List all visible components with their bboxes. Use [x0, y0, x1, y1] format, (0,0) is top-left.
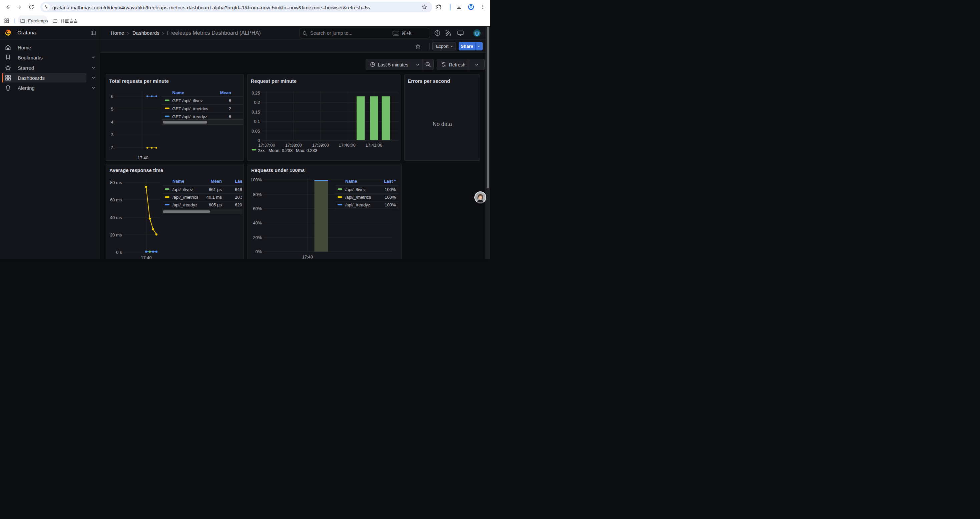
svg-text:0.1: 0.1: [254, 119, 260, 124]
svg-text:Max: 0.233: Max: 0.233: [296, 148, 317, 153]
svg-text:17:40:00: 17:40:00: [339, 143, 356, 148]
svg-text:17:38:00: 17:38:00: [285, 143, 302, 148]
svg-text:20%: 20%: [253, 235, 261, 240]
svg-text:3: 3: [111, 132, 113, 137]
svg-text:60 ms: 60 ms: [110, 197, 122, 203]
svg-text:80%: 80%: [253, 192, 261, 197]
svg-text:2: 2: [111, 145, 113, 150]
svg-text:6: 6: [111, 94, 113, 99]
svg-text:4: 4: [111, 120, 113, 125]
svg-text:0.05: 0.05: [251, 129, 260, 134]
svg-text:17:37:00: 17:37:00: [258, 143, 275, 148]
svg-text:0 s: 0 s: [116, 250, 122, 255]
svg-text:Mean: 0.233: Mean: 0.233: [269, 148, 293, 153]
svg-text:100%: 100%: [250, 177, 262, 182]
svg-text:2xx: 2xx: [258, 148, 265, 153]
svg-text:17:39:00: 17:39:00: [312, 143, 329, 148]
svg-text:0.2: 0.2: [254, 100, 260, 105]
svg-text:0%: 0%: [256, 249, 262, 254]
svg-text:40%: 40%: [253, 220, 261, 225]
svg-text:17:41:00: 17:41:00: [366, 143, 383, 148]
svg-text:20 ms: 20 ms: [110, 232, 122, 238]
svg-text:0.25: 0.25: [251, 91, 260, 96]
svg-text:5: 5: [111, 107, 113, 112]
svg-text:0.15: 0.15: [251, 110, 260, 115]
svg-text:60%: 60%: [253, 206, 261, 211]
svg-text:0: 0: [258, 138, 260, 143]
svg-text:17:40: 17:40: [137, 155, 148, 160]
svg-text:80 ms: 80 ms: [110, 180, 122, 185]
svg-text:40 ms: 40 ms: [110, 215, 122, 220]
